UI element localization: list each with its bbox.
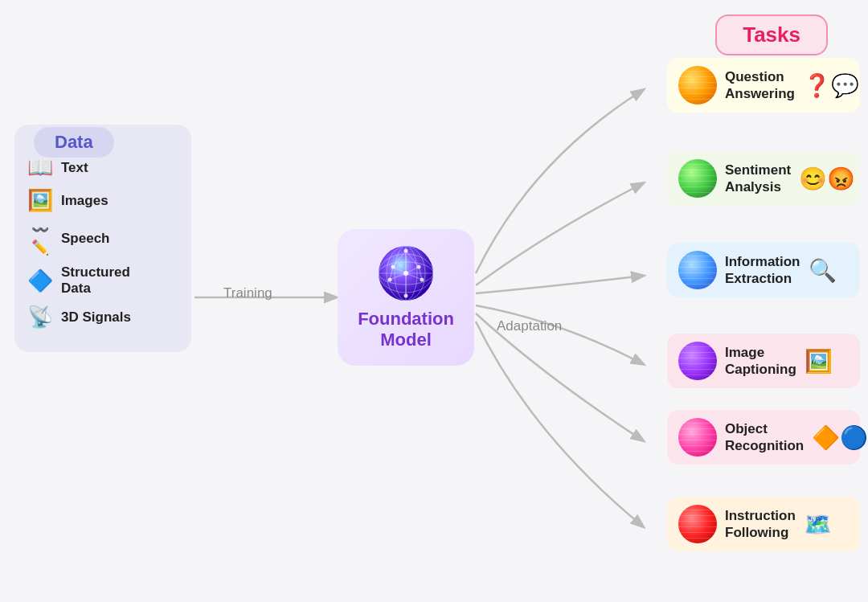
task-text-if: InstructionFollowing xyxy=(725,507,796,542)
task-sphere-if xyxy=(678,505,717,543)
tasks-label: Tasks xyxy=(743,23,800,47)
tasks-label-box: Tasks xyxy=(715,14,828,55)
task-text-sa: SentimentAnalysis xyxy=(725,162,791,196)
task-card-ic: ImageCaptioning 🖼️ xyxy=(667,334,860,388)
data-item-speech: 〰️✏️ Speech xyxy=(26,221,180,256)
task-sphere-sa xyxy=(678,159,717,198)
data-item-images: 🖼️ Images xyxy=(26,188,180,213)
data-item-speech-label: Speech xyxy=(61,231,109,247)
structured-icon: 🔷 xyxy=(26,268,55,293)
task-text-qa: QuestionAnswering xyxy=(725,68,795,103)
data-item-structured: 🔷 StructuredData xyxy=(26,264,180,297)
task-card-if: InstructionFollowing 🗺️ xyxy=(667,497,860,551)
data-item-images-label: Images xyxy=(61,193,108,209)
speech-icon: 〰️✏️ xyxy=(26,221,55,256)
foundation-model-sphere xyxy=(377,244,435,302)
data-label: Data xyxy=(55,132,93,152)
data-item-text-label: Text xyxy=(61,160,88,176)
foundation-model-box: FoundationModel xyxy=(338,229,474,366)
data-item-text: 📖 Text xyxy=(26,155,180,180)
data-item-signals: 📡 3D Signals xyxy=(26,305,180,330)
task-text-or: ObjectRecognition xyxy=(725,420,804,455)
task-icon-ic: 🖼️ xyxy=(805,348,833,375)
task-icon-ie: 🔍 xyxy=(809,257,837,284)
text-icon: 📖 xyxy=(26,155,55,180)
task-sphere-ic xyxy=(678,342,717,380)
task-card-or: ObjectRecognition 🔶🔵 xyxy=(667,410,860,465)
training-label: Training xyxy=(223,285,272,301)
data-item-signals-label: 3D Signals xyxy=(61,309,131,326)
task-icon-or: 🔶🔵 xyxy=(812,424,868,451)
data-item-structured-label: StructuredData xyxy=(61,264,130,297)
task-card-ie: InformationExtraction 🔍 xyxy=(667,243,860,297)
task-card-qa: QuestionAnswering ❓💬 xyxy=(667,58,860,113)
task-text-ic: ImageCaptioning xyxy=(725,344,796,379)
data-label-box: Data xyxy=(34,127,114,158)
foundation-model-title: FoundationModel xyxy=(358,309,454,351)
task-sphere-ie xyxy=(678,251,717,289)
task-sphere-or xyxy=(678,418,717,457)
task-icon-sa: 😊😡 xyxy=(799,166,855,192)
images-icon: 🖼️ xyxy=(26,188,55,213)
task-sphere-qa xyxy=(678,66,717,104)
task-icon-qa: ❓💬 xyxy=(803,72,859,99)
task-icon-if: 🗺️ xyxy=(804,511,832,538)
adaptation-label: Adaptation xyxy=(497,318,562,334)
data-panel: 📖 Text 🖼️ Images 〰️✏️ Speech 🔷 Structure… xyxy=(14,125,191,352)
task-card-sa: SentimentAnalysis 😊😡 xyxy=(667,151,860,206)
signals-icon: 📡 xyxy=(26,305,55,330)
task-text-ie: InformationExtraction xyxy=(725,253,800,288)
